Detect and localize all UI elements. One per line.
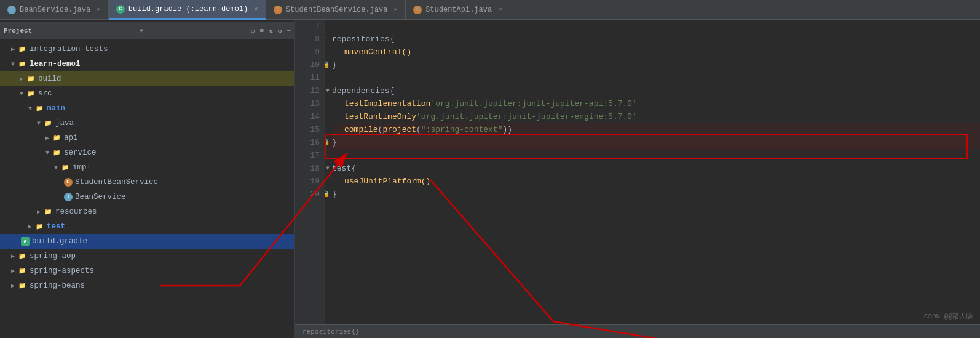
tab-close-student-bean-service[interactable]: × xyxy=(394,6,398,14)
status-text: repositories{} xyxy=(302,328,359,336)
tree-item-api[interactable]: ▶ 📁 api xyxy=(0,131,294,145)
folder-icon-spring-aop: 📁 xyxy=(17,251,27,261)
code-line-17 xyxy=(332,149,980,162)
folder-icon-test: 📁 xyxy=(34,222,44,231)
arrow-spring-aspects: ▶ xyxy=(9,267,17,275)
code-text-19: useJUnitPlatform() xyxy=(344,175,430,188)
label-build-gradle: build.gradle xyxy=(32,237,87,246)
tab-label-build-gradle: build.gradle (:learn-demo1) xyxy=(128,5,248,14)
arrow-build: ▶ xyxy=(17,75,26,82)
tree-item-learn-demo1[interactable]: ▼ 📁 learn-demo1 xyxy=(0,57,294,71)
tab-close-build-gradle[interactable]: × xyxy=(254,6,258,13)
java-class-icon-studentbeanservice: C xyxy=(64,178,73,187)
code-line-13: testImplementation 'org.junit.jupiter:ju… xyxy=(332,97,980,110)
folder-icon-impl: 📁 xyxy=(60,163,70,172)
tree-item-impl[interactable]: ▼ 📁 impl xyxy=(0,160,294,175)
label-beanservice: BeanService xyxy=(75,193,126,201)
sync-icon[interactable]: ⊕ xyxy=(251,27,255,35)
tab-close-bean-service[interactable]: × xyxy=(97,6,101,14)
tree-item-build-gradle[interactable]: G build.gradle xyxy=(0,234,294,249)
collapse-icon[interactable]: ≡ xyxy=(260,27,264,35)
fold-icon-8: ▼ xyxy=(325,33,326,46)
code-text-20: } xyxy=(332,188,337,201)
label-test: test xyxy=(47,222,65,231)
tree-item-resources[interactable]: ▶ 📁 resources xyxy=(0,204,294,219)
folder-icon-build: 📁 xyxy=(26,74,36,84)
code-text-8-1: repositories xyxy=(332,33,390,46)
label-spring-aspects: spring-aspects xyxy=(30,267,94,275)
code-text-13-2: 'org.junit.jupiter:junit-jupiter-api:5.7… xyxy=(430,97,636,110)
label-service: service xyxy=(64,148,97,157)
code-line-20: 🔒 } xyxy=(332,188,980,201)
folder-icon-spring-aspects: 📁 xyxy=(17,266,27,276)
fold-icon-16: 🔒 xyxy=(325,136,330,149)
minimize-icon[interactable]: − xyxy=(286,27,291,35)
code-text-10: } xyxy=(332,58,337,71)
code-area[interactable]: 7 8 9 10 11 12 13 14 15 16 17 18 19 20 xyxy=(295,20,980,324)
folder-icon-java: 📁 xyxy=(43,118,53,128)
tab-student-api[interactable]: C StudentApi.java × xyxy=(406,0,510,20)
sidebar-toolbar: Project ▼ ⊕ ≡ ⇅ ⚙ − xyxy=(0,22,294,39)
label-spring-aop: spring-aop xyxy=(30,252,76,260)
code-text-18-1: test xyxy=(332,162,351,175)
tree-item-java[interactable]: ▼ 📁 java xyxy=(0,116,294,131)
fold-icon-12: ▼ xyxy=(326,84,330,97)
code-line-18: ▶ ▼ test { xyxy=(332,162,980,175)
code-text-15-4: ( xyxy=(416,123,421,136)
tab-close-student-api[interactable]: × xyxy=(498,6,502,14)
tab-icon-build-gradle: G xyxy=(116,5,125,14)
arrow-service: ▼ xyxy=(43,150,52,156)
status-bar: repositories{} xyxy=(295,324,980,338)
tab-label-bean-service: BeanService.java xyxy=(20,6,90,14)
tree-item-test[interactable]: ▶ 📁 test xyxy=(0,219,294,234)
code-text-15-1: compile xyxy=(344,123,378,136)
line-numbers: 7 8 9 10 11 12 13 14 15 16 17 18 19 20 xyxy=(295,20,325,324)
label-api: api xyxy=(64,134,78,142)
tab-icon-student-api: C xyxy=(413,6,422,14)
tree-item-integration-tests[interactable]: ▶ 📁 integration-tests xyxy=(0,42,294,57)
tree-item-spring-aspects[interactable]: ▶ 📁 spring-aspects xyxy=(0,264,294,278)
tree-item-build[interactable]: ▶ 📁 build xyxy=(0,71,294,86)
arrow-learn-demo1: ▼ xyxy=(9,61,17,68)
folder-icon-resources: 📁 xyxy=(43,207,53,217)
settings-icon[interactable]: ⚙ xyxy=(278,27,282,35)
tree-item-spring-aop[interactable]: ▶ 📁 spring-aop xyxy=(0,249,294,264)
code-text-18-2: { xyxy=(351,162,356,175)
folder-icon-integration-tests: 📁 xyxy=(17,44,27,54)
label-learn-demo1: learn-demo1 xyxy=(30,60,81,68)
tree-item-main[interactable]: ▼ 📁 main xyxy=(0,101,294,116)
code-text-9: mavenCentral() xyxy=(344,46,411,58)
arrow-java: ▼ xyxy=(34,120,43,127)
expand-icon[interactable]: ⇅ xyxy=(269,27,273,35)
tab-bean-service[interactable]: I BeanService.java × xyxy=(0,0,109,20)
code-text-16: } xyxy=(332,136,337,149)
tab-student-bean-service[interactable]: C StudentBeanService.java × xyxy=(266,0,406,20)
tree-item-beanservice[interactable]: I BeanService xyxy=(0,190,294,204)
tree-item-spring-beans[interactable]: ▶ 📁 spring-beans xyxy=(0,278,294,293)
label-build: build xyxy=(38,74,61,83)
tree-item-service[interactable]: ▼ 📁 service xyxy=(0,145,294,160)
code-text-15-6: )) xyxy=(502,123,512,136)
label-spring-beans: spring-beans xyxy=(30,281,85,290)
folder-icon-learn-demo1: 📁 xyxy=(17,59,27,69)
arrow-test: ▶ xyxy=(26,223,34,230)
label-impl: impl xyxy=(73,163,91,172)
arrow-impl: ▼ xyxy=(52,164,60,171)
code-line-12: ▶ ▼ dependencies { xyxy=(332,84,980,97)
tree-item-studentbeanservice[interactable]: C StudentBeanService xyxy=(0,175,294,190)
code-line-8: ▼ repositories { xyxy=(332,33,980,46)
main-content: Project ▼ ⊕ ≡ ⇅ ⚙ − ▶ 📁 integration-test… xyxy=(0,20,980,338)
fold-icon-20: 🔒 xyxy=(325,188,330,201)
label-src: src xyxy=(38,89,52,98)
arrow-api: ▶ xyxy=(43,134,52,142)
code-text-15-3: project xyxy=(382,123,416,136)
tab-icon-student-bean-service: C xyxy=(274,6,282,14)
tab-build-gradle[interactable]: G build.gradle (:learn-demo1) × xyxy=(109,0,266,20)
tree-item-src[interactable]: ▼ 📁 src xyxy=(0,86,294,101)
sidebar: Project ▼ ⊕ ≡ ⇅ ⚙ − ▶ 📁 integration-test… xyxy=(0,20,295,338)
code-text-14-2: 'org.junit.jupiter:junit-jupiter-engine:… xyxy=(416,110,637,123)
folder-icon-spring-beans: 📁 xyxy=(17,281,27,291)
arrow-integration-tests: ▶ xyxy=(9,46,17,53)
tab-label-student-api: StudentApi.java xyxy=(425,6,492,14)
code-line-19: useJUnitPlatform() xyxy=(332,175,980,188)
